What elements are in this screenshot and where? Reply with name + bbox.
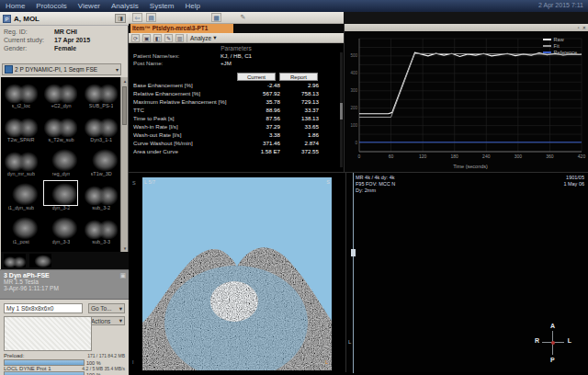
series-thumbnail[interactable] (85, 215, 118, 239)
series-thumbnail[interactable] (85, 79, 118, 103)
patient-field-label: Reg. ID: (4, 28, 54, 35)
thumbnail-cell[interactable]: dyn_mr_sub (1, 147, 41, 181)
series-thumbnail[interactable] (85, 147, 118, 171)
series-thumbnail[interactable] (44, 79, 77, 103)
thumbnail-cell[interactable]: sub_3-3 (81, 215, 121, 249)
series-thumbnail[interactable] (44, 215, 77, 239)
menu-item-analysis[interactable]: Analysis (111, 2, 139, 10)
reference-line[interactable] (353, 173, 354, 373)
parameters-table: Base Enhancement [%]-2.482.96Relative En… (129, 81, 344, 155)
thumbnail-cell[interactable]: Dyn3_1-1 (81, 113, 121, 147)
thumbnail-cell[interactable]: s_t2_loc (1, 79, 41, 113)
chevron-down-icon: ▾ (119, 317, 122, 324)
column-header-report[interactable]: Report (279, 73, 318, 81)
mini-thumbnail[interactable] (4, 254, 26, 267)
menu-item-system[interactable]: System (150, 2, 175, 10)
dataset-path[interactable]: Item™ Pts\dyn-mrca\3-PT1 (130, 24, 233, 33)
thumbnail-cell[interactable]: sT1w_3D (81, 147, 121, 181)
thumbnail-cell[interactable]: t1_dyn_sub (1, 181, 41, 215)
mini-thumbnail[interactable] (29, 254, 51, 267)
parameters-scrollbar-thumb[interactable] (340, 103, 343, 119)
goto-dropdown[interactable]: Go To... ▾ (88, 303, 125, 313)
patient-field-row: Reg. ID:MR CHI (0, 28, 129, 36)
param-report-value: 33.65 (280, 122, 319, 131)
param-current-value: 567.92 (242, 89, 280, 97)
orientation-compass: A P R L (535, 323, 571, 363)
thumbnail-cell[interactable]: T2w_SPAIR (1, 113, 41, 147)
worklist-box[interactable] (4, 316, 92, 351)
table-icon[interactable]: ▥ (175, 34, 184, 42)
thumbnail-cell[interactable]: t1_post (1, 215, 41, 249)
thumbnail-label: s_t2_loc (12, 103, 31, 108)
workspace-icon[interactable]: ▦ (211, 13, 221, 22)
reference-line-marker[interactable] (351, 249, 356, 256)
split-icon[interactable]: ◧ (153, 34, 162, 42)
analyze-dropdown[interactable]: Analyze ▾ (190, 34, 216, 41)
thumbnail-scrollbar[interactable]: ▴ ▾ (120, 77, 128, 252)
mri-image[interactable]: L 5/7 S L (142, 177, 332, 370)
actions-dropdown[interactable]: Actions ▾ (88, 316, 125, 325)
patient-field-label: Gender: (4, 45, 54, 51)
pencil-icon[interactable]: ✎ (238, 13, 248, 22)
series-thumbnail[interactable] (85, 181, 118, 205)
table-row: Maximum Relative Enhancement [%]35.78729… (129, 97, 344, 106)
legend-swatch (543, 51, 551, 53)
svg-text:120: 120 (419, 153, 427, 159)
orientation-label-left-edge: L (348, 339, 351, 345)
thumbnail-cell[interactable]: s_T2w_sub (41, 113, 82, 147)
compass-center-dot (551, 341, 555, 345)
layout-icon[interactable]: ▤ (146, 13, 156, 22)
preset-input[interactable]: My 1 S6x8x8x6x0 (4, 303, 83, 313)
analysis-toolbar: ⟳ ▣ ◧ ✎ ▥ Analyze ▾ (129, 33, 344, 43)
thumbnail-cell[interactable]: dyn_3-3 (41, 215, 82, 249)
chart-titlebar: ▫ ✕ (345, 24, 588, 31)
scrollbar-thumb[interactable] (122, 86, 127, 125)
series-thumbnail[interactable] (5, 147, 38, 171)
series-selector[interactable]: 2 P DYNAMIC-PI, 1 Segm FSE ▾ (2, 63, 121, 75)
collapse-button[interactable]: ◨ (115, 14, 126, 23)
series-thumbnail-selected[interactable] (44, 181, 77, 205)
annotate-icon[interactable]: ✎ (164, 34, 173, 42)
params-info-row: Post Name:+JM (129, 60, 344, 67)
thumbnail-label: reg_dyn (52, 171, 71, 176)
secondary-viewport[interactable]: MR 4k / 4k dy: 4kF95 FOV: MCC NDy: 2mm 1… (345, 172, 588, 372)
svg-text:60: 60 (389, 153, 394, 159)
overlay-line: 1 May 06 (563, 181, 584, 188)
menu-item-help[interactable]: Help (185, 2, 199, 10)
menu-item-viewer[interactable]: Viewer (78, 2, 100, 10)
thumbnail-cell[interactable]: dyn_3-2 (41, 181, 82, 215)
table-row: Relative Enhancement [%]567.92758.13 (129, 89, 344, 97)
param-label: Relative Enhancement [%] (133, 89, 242, 97)
thumbnail-label: Dyn3_1-1 (90, 137, 112, 142)
grid-icon[interactable]: ▣ (142, 34, 151, 42)
scroll-up-icon[interactable]: ▴ (121, 77, 129, 85)
refresh-icon[interactable]: ⟳ (131, 34, 140, 42)
series-thumbnail[interactable] (5, 215, 38, 239)
series-thumbnail[interactable] (5, 79, 38, 103)
patient-fields: Reg. ID:MR CHICurrent study:17 Apr 2015G… (0, 28, 129, 52)
svg-text:0: 0 (358, 153, 361, 159)
window-control-icons[interactable]: ▫ ✕ (578, 25, 587, 30)
thumbnail-cell[interactable]: +C2_dyn (41, 79, 82, 113)
thumbnail-label: sT1w_3D (91, 171, 112, 176)
series-thumbnail[interactable] (85, 113, 118, 137)
series-thumbnail[interactable] (5, 113, 38, 137)
thumbnail-cell[interactable]: SUB_PS-1 (81, 79, 121, 113)
thumbnail-cell[interactable]: sub_3-2 (81, 181, 121, 215)
menu-item-home[interactable]: Home (6, 2, 25, 10)
mri-viewport[interactable]: S I (129, 172, 345, 372)
scroll-down-icon[interactable]: ▾ (121, 244, 129, 252)
series-thumbnail[interactable] (44, 147, 77, 171)
svg-text:240: 240 (482, 153, 491, 159)
menu-item-protocols[interactable]: Protocols (36, 2, 66, 10)
compass-posterior: P (550, 357, 555, 363)
back-icon[interactable]: ⇦ (132, 13, 142, 22)
param-report-value: 2.874 (280, 139, 319, 147)
series-thumbnail[interactable] (44, 113, 77, 137)
series-thumbnail[interactable] (5, 181, 38, 205)
column-header-current[interactable]: Current (237, 73, 276, 81)
parameters-scrollbar[interactable] (340, 52, 343, 167)
series-thumbnail-grid: s_t2_loc+C2_dynSUB_PS-1T2w_SPAIRs_T2w_su… (1, 77, 121, 252)
legend-swatch (543, 39, 551, 40)
thumbnail-cell[interactable]: reg_dyn (41, 147, 82, 181)
